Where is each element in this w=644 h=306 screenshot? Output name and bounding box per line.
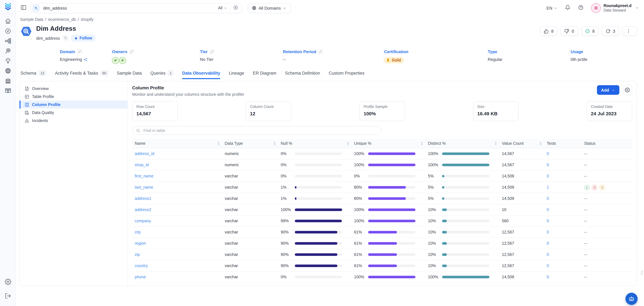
tab-sample-data[interactable]: Sample Data (117, 71, 142, 79)
column-name-link[interactable]: address1 (135, 196, 151, 201)
edit-pencil-icon[interactable] (210, 49, 214, 54)
rail-item-observability[interactable] (3, 47, 13, 55)
subnav-item-overview[interactable]: Overview (20, 85, 128, 93)
chat-bot-button[interactable] (626, 293, 638, 305)
tab-custom-properties[interactable]: Custom Properties (329, 71, 364, 79)
column-header-data-type[interactable]: Data Type (222, 139, 278, 148)
sort-icon[interactable] (493, 142, 497, 145)
versions-button[interactable]: 3 (602, 26, 619, 36)
subnav-item-column-profile[interactable]: Column Profile (20, 101, 128, 109)
tab-queries[interactable]: Queries1 (150, 71, 174, 79)
tests-link[interactable]: 0 (547, 230, 549, 234)
doc-overview-icon (25, 86, 29, 91)
edit-pencil-icon[interactable] (129, 49, 134, 54)
column-name-link[interactable]: address2 (135, 207, 151, 212)
rail-item-logout[interactable] (3, 291, 13, 300)
entity-meta-row: DomainEngineeringOwnersPPTierNo TierRete… (60, 49, 637, 64)
owner-avatar[interactable]: P (119, 57, 126, 64)
column-name-link[interactable]: company (135, 219, 151, 223)
column-header-unique-[interactable]: Unique % (352, 139, 426, 148)
tests-link[interactable]: 0 (547, 263, 549, 268)
search-scope-dropdown[interactable]: All (218, 6, 227, 10)
column-name-link[interactable]: zip (135, 252, 140, 257)
tab-schema-definition[interactable]: Schema Definition (285, 71, 320, 79)
tab-er-diagram[interactable]: ER Diagram (253, 71, 276, 79)
subnav-item-data-quality[interactable]: Data Quality (20, 109, 128, 117)
copy-icon[interactable] (63, 35, 68, 41)
all-domains-button[interactable]: All Domains (248, 3, 291, 13)
column-name-link[interactable]: phone (135, 275, 146, 279)
sort-icon[interactable] (345, 142, 349, 145)
tab-activity-feeds-tasks[interactable]: Activity Feeds & Tasks60 (55, 71, 108, 79)
tests-link[interactable]: 0 (547, 219, 549, 223)
rail-item-explore[interactable] (3, 27, 13, 36)
breadcrumb-schema[interactable]: shopify (81, 17, 94, 22)
find-in-table-search[interactable] (132, 126, 381, 135)
column-name-link[interactable]: shop_id (135, 163, 149, 167)
tasks-button[interactable]: 8 (581, 26, 598, 36)
tests-link[interactable]: 0 (547, 163, 549, 167)
breadcrumb-service[interactable]: Sample Data (20, 17, 43, 22)
notifications-bell-icon[interactable] (565, 5, 570, 11)
meta-value: No Tier (200, 57, 283, 62)
tab-lineage[interactable]: Lineage (229, 71, 244, 79)
rail-item-govern[interactable] (3, 76, 13, 85)
global-search-input[interactable] (42, 5, 218, 11)
follow-button[interactable]: Follow (71, 35, 96, 42)
rail-item-domains[interactable] (3, 66, 13, 75)
column-name-link[interactable]: first_name (135, 174, 154, 178)
tests-link[interactable]: 1 (547, 185, 549, 190)
column-header-null-[interactable]: Null % (278, 139, 352, 148)
column-name-link[interactable]: last_name (135, 185, 153, 190)
profiler-settings-button[interactable] (622, 85, 632, 95)
sidebar-toggle-icon[interactable] (20, 4, 26, 12)
more-button[interactable] (622, 26, 637, 36)
column-name-link[interactable]: country (135, 263, 148, 268)
tests-link[interactable]: 0 (547, 151, 549, 156)
rail-item-settings[interactable] (3, 277, 13, 286)
help-icon[interactable] (578, 5, 584, 11)
subnav-item-incidents[interactable]: Incidents (20, 117, 128, 125)
upvote-button[interactable]: 8 (540, 26, 557, 36)
tests-link[interactable]: 0 (547, 174, 549, 178)
column-name-link[interactable]: address_id (135, 151, 154, 156)
breadcrumb-database[interactable]: ecommerce_db (48, 17, 76, 22)
column-header-distinct-[interactable]: Distinct % (426, 139, 499, 148)
unique-pct-cell: 61% (352, 241, 426, 246)
panel-resize-handle[interactable] (640, 270, 643, 276)
sort-icon[interactable] (419, 142, 423, 145)
column-name-link[interactable]: city (135, 230, 141, 234)
tests-link[interactable]: 0 (547, 196, 549, 201)
sort-icon[interactable] (272, 142, 276, 145)
column-profile-content: Column Profile Monitor and understand yo… (128, 81, 637, 286)
user-menu[interactable]: Rounakpreet.d Data Steward (604, 3, 632, 13)
column-name-link[interactable]: region (135, 241, 146, 246)
edit-pencil-icon[interactable] (318, 49, 323, 54)
add-button[interactable]: Add (597, 85, 619, 95)
rail-item-home[interactable] (3, 17, 13, 26)
tab-data-observability[interactable]: Data Observability (182, 71, 220, 79)
language-dropdown[interactable]: EN (546, 6, 558, 11)
clear-search-icon[interactable] (233, 5, 238, 11)
column-header-name[interactable]: Name (132, 139, 222, 148)
column-header-value-count[interactable]: Value Count (499, 139, 544, 148)
tests-link[interactable]: 0 (547, 275, 549, 279)
global-search-bar[interactable]: All (30, 3, 242, 13)
find-in-table-input[interactable] (143, 128, 377, 133)
owner-avatar[interactable]: P (112, 57, 119, 64)
rail-item-data-flow[interactable] (3, 37, 13, 46)
tests-link[interactable]: 0 (547, 207, 549, 212)
subnav-item-table-profile[interactable]: Table Profile (20, 93, 128, 101)
rail-item-glossary[interactable] (3, 86, 13, 95)
openmetadata-logo-icon[interactable] (4, 3, 12, 11)
sort-icon[interactable] (538, 142, 542, 145)
tests-link[interactable]: 0 (547, 241, 549, 246)
edit-pencil-icon[interactable] (77, 49, 82, 54)
downvote-button[interactable]: 0 (560, 26, 578, 36)
tests-link[interactable]: 0 (547, 252, 549, 257)
sort-icon[interactable] (216, 142, 220, 145)
rail-item-insights[interactable] (3, 56, 13, 65)
tab-schema[interactable]: Schema12 (20, 71, 46, 79)
user-menu-chevron-icon[interactable] (635, 5, 639, 11)
user-avatar[interactable]: R (591, 3, 601, 13)
